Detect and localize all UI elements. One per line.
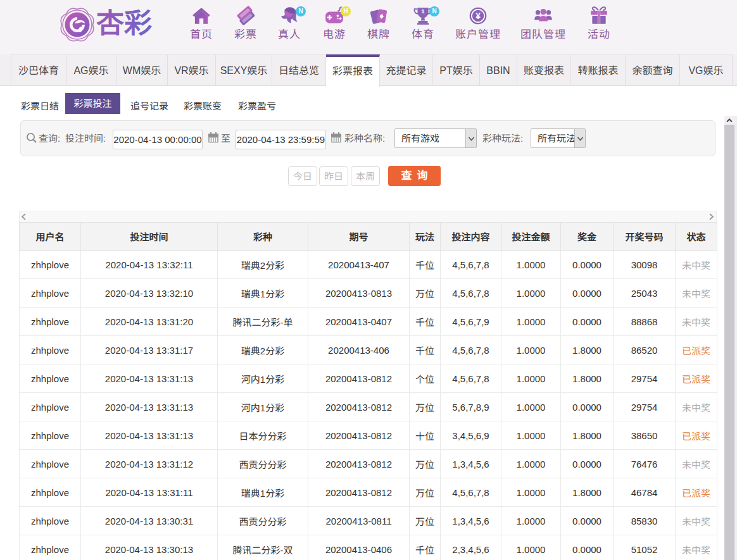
svg-text:1: 1 [421,8,425,15]
svg-text:¥: ¥ [476,11,481,21]
svg-text:杏彩: 杏彩 [96,5,152,40]
